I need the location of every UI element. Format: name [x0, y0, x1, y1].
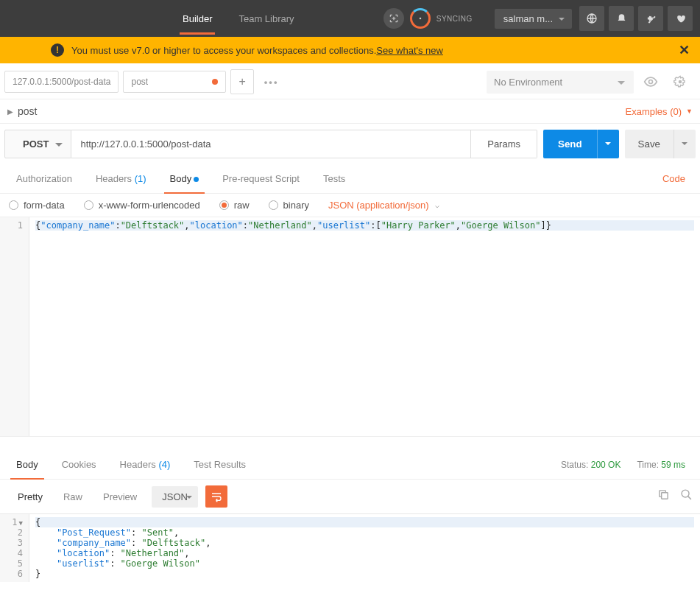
sync-label: SYNCING [436, 15, 473, 23]
send-dropdown[interactable] [597, 130, 619, 158]
radio-raw[interactable]: raw [219, 200, 250, 211]
wrap-lines-icon[interactable] [205, 485, 227, 508]
editor-gutter: 1 [0, 217, 29, 436]
environment-bar: No Environment [479, 63, 700, 99]
main-nav: Builder Team Library [169, 3, 308, 35]
response-body-editor[interactable]: 1▼23456 { "Post_Request": "Sent", "compa… [0, 513, 700, 582]
request-tabs-bar: 127.0.0.1:5000/post-data post + ••• [0, 63, 479, 99]
body-indicator-icon [194, 177, 199, 182]
chevron-down-icon: ▼ [686, 108, 693, 115]
save-dropdown[interactable] [674, 130, 696, 158]
code-link[interactable]: Code [652, 164, 696, 193]
params-button[interactable]: Params [471, 130, 537, 158]
response-gutter: 1▼23456 [0, 514, 29, 582]
response-format-dropdown[interactable]: JSON [152, 486, 198, 508]
environment-quicklook-icon[interactable] [638, 69, 663, 94]
view-raw[interactable]: Raw [53, 486, 93, 508]
save-button[interactable]: Save [625, 130, 674, 158]
method-dropdown[interactable]: POST [4, 130, 71, 158]
examples-dropdown[interactable]: Examples (0)▼ [626, 106, 693, 117]
sync-status: SYNCING [410, 8, 473, 29]
tab-headers[interactable]: Headers (1) [84, 164, 158, 193]
capture-icon[interactable] [383, 8, 404, 29]
settings-icon[interactable] [638, 6, 663, 31]
top-bar: Builder Team Library SYNCING salman m... [0, 0, 700, 37]
warning-icon: ! [51, 43, 64, 57]
environment-settings-icon[interactable] [668, 69, 693, 94]
tab-authorization[interactable]: Authorization [4, 164, 84, 193]
banner-close-icon[interactable]: ✕ [679, 42, 690, 58]
radio-icon [9, 200, 18, 210]
update-banner: ! You must use v7.0 or higher to access … [0, 37, 700, 63]
heart-icon[interactable] [668, 6, 693, 31]
tab-body[interactable]: Body [158, 164, 211, 193]
tab-request-1[interactable]: 127.0.0.1:5000/post-data [4, 71, 119, 93]
radio-binary[interactable]: binary [269, 200, 309, 211]
environment-dropdown[interactable]: No Environment [487, 71, 634, 94]
svg-point-5 [682, 490, 689, 497]
response-meta: Status: 200 OK Time: 59 ms [561, 460, 696, 470]
url-input[interactable] [71, 130, 471, 158]
status-label: Status: [561, 460, 588, 470]
view-pretty[interactable]: Pretty [7, 486, 53, 508]
tab-2-label: post [131, 77, 148, 87]
response-tools [657, 488, 693, 505]
radio-icon [269, 200, 278, 210]
svg-point-2 [649, 80, 653, 84]
radio-form-data[interactable]: form-data [9, 200, 65, 211]
copy-icon[interactable] [657, 488, 670, 505]
notifications-icon[interactable] [609, 6, 634, 31]
user-menu[interactable]: salman m... [495, 9, 572, 29]
browse-icon[interactable] [579, 6, 604, 31]
resp-tab-test-results[interactable]: Test Results [182, 450, 258, 479]
tab-tests[interactable]: Tests [311, 164, 357, 193]
response-content[interactable]: { "Post_Request": "Sent", "company_name"… [29, 514, 700, 582]
request-section-tabs: Authorization Headers (1) Body Pre-reque… [0, 164, 700, 194]
request-name: post [18, 105, 37, 117]
radio-xwww[interactable]: x-www-form-urlencoded [84, 200, 200, 211]
sync-spinner-icon [410, 8, 431, 29]
view-preview[interactable]: Preview [93, 486, 147, 508]
body-type-row: form-data x-www-form-urlencoded raw bina… [0, 194, 700, 217]
svg-rect-4 [662, 493, 668, 499]
tab-request-2[interactable]: post [123, 71, 226, 93]
breadcrumb-row: ▶ post Examples (0)▼ [0, 99, 700, 124]
banner-link[interactable]: See what's new [376, 45, 443, 56]
response-section-tabs: Body Cookies Headers (4) Test Results St… [0, 450, 700, 480]
time-value: 59 ms [661, 460, 685, 470]
status-value: 200 OK [591, 460, 621, 470]
svg-point-0 [420, 18, 422, 20]
radio-icon-selected [219, 200, 229, 210]
unsaved-dot-icon [212, 79, 218, 85]
search-icon[interactable] [680, 488, 693, 505]
nav-builder[interactable]: Builder [169, 3, 225, 35]
breadcrumb-expand-icon[interactable]: ▶ [7, 108, 13, 116]
nav-team-library[interactable]: Team Library [225, 3, 307, 35]
content-type-dropdown[interactable]: JSON (application/json)⌵ [328, 200, 439, 211]
response-toolbar: Pretty Raw Preview JSON [0, 480, 700, 513]
url-bar: POST Params Send Save [0, 124, 700, 164]
editor-content[interactable]: {"company_name":"Delftstack","location":… [29, 217, 700, 436]
time-label: Time: [637, 460, 659, 470]
send-button[interactable]: Send [543, 130, 597, 158]
tab-prerequest[interactable]: Pre-request Script [211, 164, 311, 193]
chevron-down-icon: ⌵ [435, 201, 439, 209]
resp-tab-headers[interactable]: Headers (4) [108, 450, 183, 479]
resp-tab-body[interactable]: Body [4, 450, 50, 479]
radio-icon [84, 200, 93, 210]
svg-point-3 [679, 80, 682, 84]
fold-icon[interactable]: ▼ [19, 519, 23, 527]
tabs-overflow-icon[interactable]: ••• [258, 72, 285, 92]
tab-1-label: 127.0.0.1:5000/post-data [13, 77, 110, 87]
new-tab-button[interactable]: + [230, 69, 253, 94]
request-body-editor[interactable]: 1 {"company_name":"Delftstack","location… [0, 217, 700, 437]
banner-text: You must use v7.0 or higher to access yo… [71, 45, 376, 56]
resp-tab-cookies[interactable]: Cookies [50, 450, 108, 479]
